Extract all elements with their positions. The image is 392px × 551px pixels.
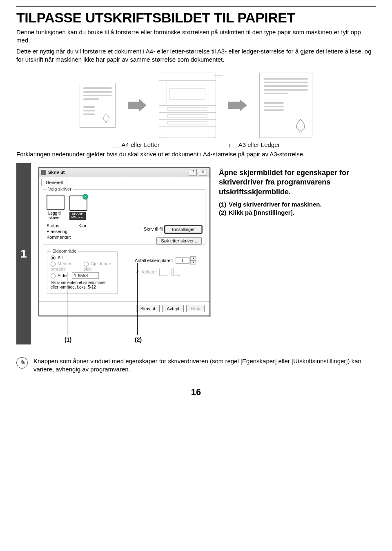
diagram-captions: A4 eller Letter A3 eller Ledger [16, 141, 376, 148]
close-icon[interactable]: ✕ [199, 169, 207, 176]
print-to-file-checkbox[interactable]: Skriv til fil [137, 227, 163, 232]
dialog-title: Skriv ut [48, 170, 65, 175]
printer-driver-item[interactable]: SHARP MX-xxxx [69, 196, 86, 220]
page-title: TILPASSE UTSKRIFTSBILDET TIL PAPIRET [16, 10, 376, 26]
add-printer-label: Legg til skriver [47, 211, 63, 220]
find-printer-button[interactable]: Søk etter skriver... [156, 237, 202, 244]
intro-paragraph-2: Dette er nyttig når du vil forstørre et … [16, 47, 376, 64]
comment-key: Kommentar: [47, 235, 75, 240]
status-value: Klar [78, 223, 87, 228]
range-all-radio[interactable]: Alt [51, 255, 63, 260]
size-diagram [16, 73, 376, 138]
copies-spinner[interactable]: ▲▼ [176, 256, 196, 264]
caption-a3: A3 eller Ledger [229, 141, 280, 148]
collate-icon [159, 269, 180, 276]
document-a4-icon [80, 83, 116, 128]
selected-printer-name: SHARP MX-xxxx [69, 212, 86, 220]
document-a3-icon [259, 73, 312, 138]
group-label-range: Sideområde [51, 249, 78, 253]
callout-2: (2) [135, 336, 142, 343]
status-key: Status: [47, 223, 75, 228]
note-text: Knappen som åpner vinduet med egenskaper… [33, 357, 376, 374]
pages-hint: Skriv inn enten et sidenummer eller -omr… [51, 280, 114, 289]
step-heading: Åpne skjermbildet for egenskaper for skr… [219, 168, 372, 197]
explanation-note: Forklaringen nedenunder gjelder hvis du … [16, 151, 376, 158]
step-item-1: (1)Velg skriverdriver for maskinen. [219, 201, 372, 208]
caption-a4: A4 eller Letter [112, 141, 159, 148]
top-rule [16, 5, 376, 7]
printer-icon [159, 73, 216, 138]
print-button[interactable]: Skriv ut [136, 305, 160, 312]
pencil-note-icon: ✎ [16, 357, 28, 369]
tree-icon [100, 113, 112, 124]
pages-input[interactable]: 1-6553 [72, 272, 99, 279]
step-number: 1 [16, 163, 31, 344]
location-key: Plassering: [47, 229, 75, 234]
arrow-right-icon [228, 99, 247, 111]
page-number: 16 [16, 387, 376, 398]
intro-paragraph-1: Denne funksjonen kan du bruke til å fors… [16, 28, 376, 45]
tab-general[interactable]: Generelt [41, 179, 67, 186]
help-button[interactable]: ? [189, 169, 197, 176]
add-printer-button[interactable]: Legg til skriver [47, 195, 63, 220]
arrow-right-icon [128, 99, 147, 111]
step-item-2: (2)Klikk på [Innstillinger]. [219, 209, 372, 216]
apply-button[interactable]: Bruk [186, 305, 205, 312]
dashed-separator [16, 352, 376, 352]
range-selection-radio[interactable]: Merket område [51, 261, 81, 271]
screenshot-dialog: Skriv ut ? ✕ Generelt Velg skriver [38, 167, 210, 340]
tree-icon [292, 118, 309, 134]
window-icon [41, 170, 46, 175]
copies-label: Antall eksemplarer: [135, 258, 173, 263]
cancel-button[interactable]: Avbryt [162, 305, 184, 312]
settings-button[interactable]: Innstillinger [165, 226, 202, 233]
group-label-printer: Velg skriver [47, 187, 73, 191]
range-pages-radio[interactable]: Sider: [51, 273, 69, 278]
collate-checkbox[interactable]: Kollater [135, 269, 157, 275]
callout-1: (1) [65, 336, 71, 343]
range-current-radio[interactable]: Gjeldende side [84, 261, 114, 271]
